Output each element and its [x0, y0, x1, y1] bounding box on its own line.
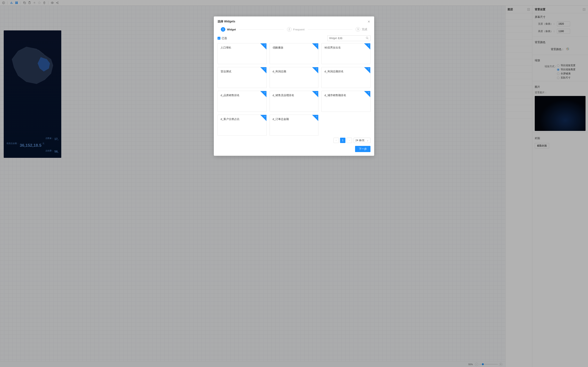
widget-name: d_利润总额排名	[324, 70, 343, 73]
page-number[interactable]: 1	[340, 138, 345, 143]
widget-name: 优酷播放	[273, 46, 283, 49]
pager: ‹ 1 ›	[218, 138, 352, 143]
steps: 1Widget 2Frequent 3完成	[214, 26, 374, 35]
widget-name: 人口增长	[221, 46, 231, 49]
widget-card[interactable]: ✓d_利润总额	[269, 67, 319, 88]
step-line	[308, 29, 353, 30]
widget-card[interactable]: ✓d_销售员业绩排名	[269, 91, 319, 112]
widget-card[interactable]: ✓优酷播放	[269, 43, 319, 64]
widget-card[interactable]: ✓d_品类销售排名	[218, 91, 267, 112]
next-page-button[interactable]: ›	[347, 138, 352, 143]
widget-name: d_客户分类占比	[221, 117, 240, 121]
step-done[interactable]: 3完成	[356, 27, 367, 32]
step-widget[interactable]: 1Widget	[221, 27, 236, 32]
widget-name: d_品类销售排名	[221, 94, 240, 97]
widget-card[interactable]: ✓d_利润总额排名	[321, 67, 370, 88]
widget-card[interactable]: ✓d_客户分类占比	[218, 115, 267, 136]
widget-name: d_销售员业绩排名	[273, 94, 294, 97]
widget-card[interactable]: ✓d_城市销售额排名	[321, 91, 370, 112]
selected-label: 已选	[222, 36, 227, 40]
step-frequent[interactable]: 2Frequent	[287, 27, 305, 32]
search-icon[interactable]	[366, 37, 369, 40]
select-widgets-modal: 选择 Widgets 1Widget 2Frequent 3完成 ✓ 已选 ✓人…	[214, 17, 374, 156]
widget-name: d_城市销售额排名	[324, 94, 346, 97]
search-input[interactable]	[329, 37, 366, 40]
prev-page-button[interactable]: ‹	[334, 138, 339, 143]
widget-name: 雷达测试	[221, 70, 231, 73]
page-size-select[interactable]: 24 条/页 ⌄	[354, 138, 370, 143]
widget-name: d_利润总额	[273, 70, 286, 73]
modal-title: 选择 Widgets	[218, 20, 235, 24]
selected-checkbox[interactable]: ✓ 已选	[218, 36, 227, 40]
widget-grid: ✓人口增长✓优酷播放✓90后男女出生✓雷达测试✓d_利润总额✓d_利润总额排名✓…	[214, 43, 374, 137]
widget-card[interactable]: ✓雷达测试	[218, 67, 267, 88]
page-size-label: 24 条/页	[355, 139, 364, 142]
widget-card[interactable]: ✓d_订单总金额	[269, 115, 319, 136]
chevron-down-icon: ⌄	[367, 139, 369, 142]
step-line	[239, 29, 284, 30]
widget-name: d_订单总金额	[273, 117, 289, 121]
next-button[interactable]: 下一步	[355, 146, 370, 152]
search-box	[327, 35, 370, 41]
close-icon[interactable]	[367, 20, 370, 23]
widget-name: 90后男女出生	[324, 46, 341, 49]
widget-card[interactable]: ✓人口增长	[218, 43, 267, 64]
widget-card[interactable]: ✓90后男女出生	[321, 43, 370, 64]
svg-point-22	[366, 37, 368, 38]
modal-mask[interactable]: 选择 Widgets 1Widget 2Frequent 3完成 ✓ 已选 ✓人…	[0, 0, 588, 367]
